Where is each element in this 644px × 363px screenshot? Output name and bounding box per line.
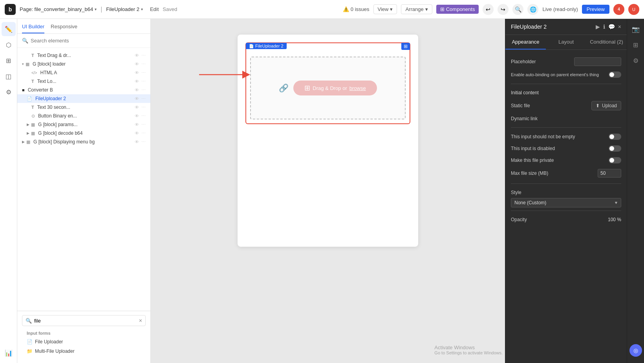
play-icon[interactable]: ▶ (596, 24, 600, 30)
globe-button[interactable]: 🌐 (527, 4, 538, 15)
disabled-toggle[interactable] (609, 145, 621, 152)
redo-button[interactable]: ↪ (498, 4, 509, 15)
sidebar-item-chart[interactable]: 📊 (2, 346, 16, 360)
style-select[interactable]: None (Custom) ▼ (511, 198, 621, 207)
notification-badge[interactable]: 4 (613, 4, 624, 15)
tab-conditional[interactable]: Conditional (2) (586, 35, 627, 50)
eye-icon[interactable]: 👁 (135, 131, 139, 136)
private-label: Make this file private (511, 158, 606, 163)
expand-icon[interactable]: ▶ (22, 140, 25, 144)
selected-action-btn[interactable]: ⊞ (401, 43, 410, 50)
arrange-button[interactable]: Arrange ▾ (401, 4, 432, 14)
search-input[interactable] (31, 38, 146, 44)
overflow-icon[interactable]: ⋯ (141, 122, 146, 127)
expand-icon[interactable]: ▶ (27, 131, 29, 135)
tree-item-converter-b[interactable]: ■ Converter B 👁 ⋯ (17, 86, 150, 94)
far-right-settings[interactable]: ⚙ (629, 53, 643, 68)
overflow-icon[interactable]: ⋯ (141, 70, 146, 75)
upload-button[interactable]: ⬆ Upload (591, 101, 621, 110)
sidebar-item-ui-builder[interactable]: ✏️ (2, 22, 16, 36)
browse-link[interactable]: browse (349, 85, 366, 91)
eye-icon[interactable]: 👁 (135, 105, 139, 110)
component-label[interactable]: FileUploader 2 ▾ (106, 6, 143, 12)
disabled-row: This input is disabled (511, 143, 621, 154)
eye-icon[interactable]: 👁 (135, 88, 139, 92)
tab-appearance[interactable]: Appearance (505, 35, 546, 50)
file-icon-small: 📄 (249, 44, 254, 48)
tree-item-g-block-params[interactable]: ▶ ▦ G [block] params... 👁 ⋯ (17, 120, 150, 129)
sidebar-item-data[interactable]: ◫ (2, 69, 16, 83)
overflow-icon[interactable]: ⋯ (141, 53, 146, 58)
tree-item-text-lo[interactable]: T Text Lo... 👁 ⋯ (17, 77, 150, 86)
undo-button[interactable]: ↩ (483, 4, 494, 15)
canvas-area[interactable]: 📄 FileUploader 2 ⊞ 🔗 ⊞ Drag & Drop or (151, 19, 505, 363)
tree-item-g-block-decode[interactable]: ▶ ▦ G [block] decode b64 👁 ⋯ (17, 129, 150, 138)
selected-element-wrapper[interactable]: 📄 FileUploader 2 ⊞ 🔗 ⊞ Drag & Drop or (245, 42, 410, 124)
collapse-icon[interactable]: ▾ (22, 62, 24, 66)
overflow-icon[interactable]: ⋯ (141, 62, 146, 67)
tree-item-file-uploader-2[interactable]: 📄 FileUploader 2 👁 ⋯ (17, 94, 150, 103)
search-close-button[interactable]: × (139, 317, 142, 324)
overflow-icon[interactable]: ⋯ (141, 139, 146, 145)
edit-button[interactable]: Edit (150, 6, 159, 12)
overflow-icon[interactable]: ⋯ (141, 88, 146, 93)
component-chevron: ▾ (141, 7, 143, 11)
eye-icon[interactable]: 👁 (135, 62, 139, 66)
chat-icon[interactable]: 💬 (608, 24, 615, 30)
tree-item-g-block-loader[interactable]: ▾ ▦ G [block] loader 👁 ⋯ (17, 60, 150, 68)
sidebar-item-network[interactable]: ⬡ (2, 38, 16, 52)
eye-icon[interactable]: 👁 (135, 96, 139, 101)
eye-icon[interactable]: 👁 (135, 79, 139, 84)
close-icon[interactable]: × (618, 24, 621, 30)
auto-binding-toggle[interactable] (609, 72, 621, 78)
expand-icon[interactable]: ▶ (27, 123, 29, 126)
issues-indicator[interactable]: ⚠️ 0 issues (343, 6, 370, 12)
tab-responsive[interactable]: Responsive (51, 22, 77, 33)
sidebar-item-layers[interactable]: ⊞ (2, 53, 16, 68)
tree-item-label: FileUploader 2 (35, 96, 66, 101)
far-right-camera[interactable]: 📷 (629, 22, 643, 36)
view-button[interactable]: View ▾ (373, 4, 397, 14)
overflow-icon[interactable]: ⋯ (141, 79, 146, 84)
view-chevron: ▾ (390, 6, 393, 12)
overflow-icon[interactable]: ⋯ (141, 114, 146, 119)
preview-button[interactable]: Preview (582, 5, 609, 14)
tab-layout[interactable]: Layout (546, 35, 586, 50)
far-right-layers[interactable]: ⊞ (629, 38, 643, 52)
text-icon: T (31, 53, 34, 58)
right-panel-content: Placeholder Enable auto-binding on paren… (505, 50, 627, 363)
file-uploader-box[interactable]: 🔗 ⊞ Drag & Drop or browse (250, 57, 406, 119)
eye-icon[interactable]: 👁 (135, 122, 139, 127)
placeholder-row: Placeholder (511, 55, 621, 69)
info-icon[interactable]: ℹ (603, 24, 605, 30)
components-button[interactable]: ⊞ Components (436, 5, 479, 14)
tree-item-text-30-secon[interactable]: T Text 30 secon... 👁 ⋯ (17, 103, 150, 112)
eye-icon[interactable]: 👁 (135, 53, 139, 58)
far-right-circle-btn[interactable]: ◎ (629, 344, 642, 357)
tree-item-button-binary[interactable]: ⊙ Button Binary en... 👁 ⋯ (17, 112, 150, 120)
selected-element-name: FileUploader 2 (255, 44, 284, 48)
element-search-field[interactable] (34, 318, 137, 324)
tree-item-label: Text Drag & dr... (37, 53, 71, 58)
tab-ui-builder[interactable]: UI Builder (22, 22, 44, 33)
user-avatar[interactable]: U (628, 4, 639, 15)
private-toggle[interactable] (609, 157, 621, 163)
search-button[interactable]: 🔍 (512, 4, 523, 15)
tree-item-text-drag[interactable]: T Text Drag & dr... 👁 ⋯ (17, 51, 150, 60)
search-result-file-uploader[interactable]: 📄 File Uploader (22, 337, 146, 346)
sidebar-item-settings[interactable]: ⚙ (2, 85, 16, 99)
eye-icon[interactable]: 👁 (135, 139, 139, 144)
tree-item-g-block-displaying[interactable]: ▶ ▦ G [block] Displaying menu bg 👁 ⋯ (17, 138, 150, 146)
max-file-size-input[interactable] (598, 169, 621, 178)
eye-icon[interactable]: 👁 (135, 70, 139, 75)
overflow-icon[interactable]: ⋯ (141, 131, 146, 136)
search-result-multi-file-uploader[interactable]: 📁 Multi-File Uploader (22, 346, 146, 356)
overflow-icon[interactable]: ⋯ (141, 96, 146, 101)
placeholder-input[interactable] (574, 57, 621, 66)
eye-icon[interactable]: 👁 (135, 114, 139, 118)
right-panel-header: FileUploader 2 ▶ ℹ 💬 × (505, 19, 627, 35)
tree-item-label: Converter B (28, 87, 53, 93)
tree-item-html-a[interactable]: </> HTML A 👁 ⋯ (17, 68, 150, 77)
overflow-icon[interactable]: ⋯ (141, 105, 146, 110)
not-empty-toggle[interactable] (609, 134, 621, 140)
